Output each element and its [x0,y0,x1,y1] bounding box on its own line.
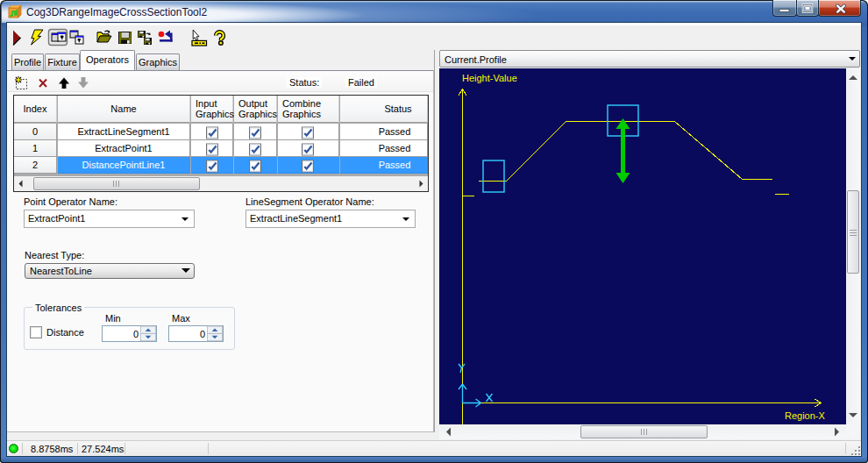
svg-text:Height-Value: Height-Value [462,73,517,83]
svg-text:Region-X: Region-X [785,410,826,421]
